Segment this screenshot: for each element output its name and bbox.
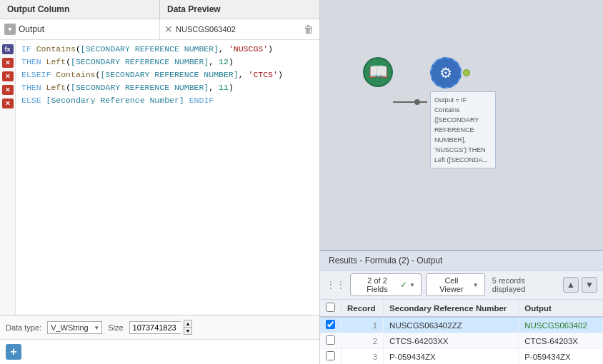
row-checkbox-1[interactable] [320, 317, 342, 333]
row-checkbox-3[interactable] [320, 349, 342, 365]
formula-area: fx ✕ ✕ ✕ ✕ IF Contains([SECONDARY REFERE… [0, 40, 319, 315]
th-secondary-ref: Secondary Reference Number [384, 300, 519, 317]
output-column-header: Output Column [0, 0, 160, 19]
row-1-checkbox[interactable] [326, 320, 335, 329]
record-2-num: 2 [342, 333, 384, 349]
record-1-num: 1 [342, 317, 384, 333]
record-3-num: 3 [342, 349, 384, 365]
data-type-row: Data type: V_WString Size ▲ ▼ [0, 315, 319, 340]
data-type-select-wrapper[interactable]: V_WString [47, 321, 102, 334]
th-output: Output [519, 300, 603, 317]
record-1-secondary-ref: NUSCGS063402ZZ [384, 317, 519, 333]
cell-viewer-button[interactable]: Cell Viewer ▼ [426, 273, 485, 296]
row-checkbox-2[interactable] [320, 333, 342, 349]
results-header: Results - Formula (2) - Output [320, 251, 603, 271]
line-5-icon: ✕ [1, 97, 15, 110]
connector-line-2 [420, 101, 427, 103]
right-panel: 📖 ⚙ Output = IF Contains ( [320, 0, 603, 364]
line-numbers: fx ✕ ✕ ✕ ✕ [0, 40, 16, 315]
table-body: 1 NUSCGS063402ZZ NUSCGS063402 2 CTCS-642… [320, 317, 603, 364]
scroll-down-button[interactable]: ▼ [582, 277, 597, 293]
clear-preview-icon[interactable]: ✕ [164, 24, 173, 35]
data-table: Record Secondary Reference Number Output… [320, 300, 603, 364]
line-2-icon: ✕ [1, 56, 15, 69]
table-header: Record Secondary Reference Number Output [320, 300, 603, 317]
panel-header: Output Column Data Preview [0, 0, 319, 19]
row-2-checkbox[interactable] [326, 335, 335, 345]
cell-viewer-label: Cell Viewer [432, 276, 471, 293]
formula-node-icon[interactable]: ⚙ [430, 57, 462, 89]
fields-chevron: ▼ [409, 282, 415, 288]
results-panel: Results - Formula (2) - Output ⋮⋮ 2 of 2… [320, 250, 603, 364]
formula-editor[interactable]: IF Contains([SECONDARY REFERENCE NUMBER]… [16, 40, 319, 315]
canvas-area[interactable]: 📖 ⚙ Output = IF Contains ( [320, 0, 603, 250]
formula-line-5: ELSE [Secondary Reference Number] ENDIF [21, 94, 314, 107]
data-type-select[interactable]: V_WString [47, 321, 102, 334]
record-3-secondary-ref: P-059434ZX [384, 349, 519, 365]
input-node-icon[interactable]: 📖 [363, 57, 393, 87]
size-down-arrow[interactable]: ▼ [184, 328, 192, 334]
size-input-wrap: ▲ ▼ [129, 320, 193, 335]
select-all-checkbox[interactable] [326, 303, 335, 312]
fields-label: 2 of 2 Fields [357, 276, 398, 293]
record-2-secondary-ref: CTCS-64203XX [384, 333, 519, 349]
line-3-icon: ✕ [1, 70, 15, 83]
grip-icon: ⋮⋮ [326, 279, 346, 290]
formula-node-body: ⚙ [430, 57, 470, 89]
formula-line-2: THEN Left([SECONDARY REFERENCE NUMBER], … [21, 56, 314, 69]
formula-line-1: IF Contains([SECONDARY REFERENCE NUMBER]… [21, 43, 314, 56]
node-description: Output = IF Contains ([SECONDARY REFEREN… [430, 91, 496, 168]
cell-viewer-chevron: ▼ [473, 282, 479, 288]
results-table[interactable]: Record Secondary Reference Number Output… [320, 300, 603, 364]
formula-line-3: ELSEIF Contains([SECONDARY REFERENCE NUM… [21, 69, 314, 81]
line-4-icon: ✕ [1, 84, 15, 96]
check-icon: ✓ [400, 280, 407, 290]
record-3-output: P-059434ZX [519, 349, 603, 365]
output-connector-dot [463, 69, 470, 76]
formula-line-4: THEN Left([SECONDARY REFERENCE NUMBER], … [21, 81, 314, 94]
left-panel: Output Column Data Preview ▼ Output ✕ NU… [0, 0, 320, 364]
output-field-label: Output [19, 24, 44, 34]
data-preview-header: Data Preview [160, 0, 319, 19]
th-record: Record [342, 300, 384, 317]
size-spinner[interactable]: ▲ ▼ [184, 320, 193, 335]
add-btn-row: + [0, 340, 319, 364]
fields-button[interactable]: 2 of 2 Fields ✓ ▼ [350, 273, 422, 296]
input-node[interactable]: 📖 [363, 57, 393, 87]
output-dropdown-icon[interactable]: ▼ [4, 24, 16, 35]
row-3-checkbox[interactable] [326, 351, 335, 360]
th-checkbox [320, 300, 342, 317]
formula-node[interactable]: ⚙ Output = IF Contains ([SECONDARY REFER… [430, 57, 496, 168]
table-row[interactable]: 2 CTCS-64203XX CTCS-64203X [320, 333, 603, 349]
connector-line-1 [393, 101, 414, 103]
record-2-output: CTCS-64203X [519, 333, 603, 349]
table-row[interactable]: 3 P-059434ZX P-059434ZX [320, 349, 603, 365]
delete-button[interactable]: 🗑 [302, 22, 315, 36]
canvas-nodes: 📖 ⚙ Output = IF Contains ( [363, 57, 496, 168]
connector-dot [414, 99, 420, 105]
records-displayed-text: 5 records displayed [492, 276, 559, 293]
table-row[interactable]: 1 NUSCGS063402ZZ NUSCGS063402 [320, 317, 603, 333]
size-up-arrow[interactable]: ▲ [184, 320, 192, 328]
record-1-output: NUSCGS063402 [519, 317, 603, 333]
line-1-icon: fx [1, 43, 15, 56]
size-input[interactable] [129, 321, 181, 334]
results-toolbar: ⋮⋮ 2 of 2 Fields ✓ ▼ Cell Viewer ▼ 5 rec… [320, 271, 603, 300]
data-type-label: Data type: [6, 323, 41, 332]
preview-value: NUSCGS063402 [176, 25, 236, 34]
scroll-up-button[interactable]: ▲ [563, 277, 579, 293]
connector-row [393, 99, 427, 105]
add-column-button[interactable]: + [6, 344, 21, 360]
size-label: Size [108, 323, 123, 332]
